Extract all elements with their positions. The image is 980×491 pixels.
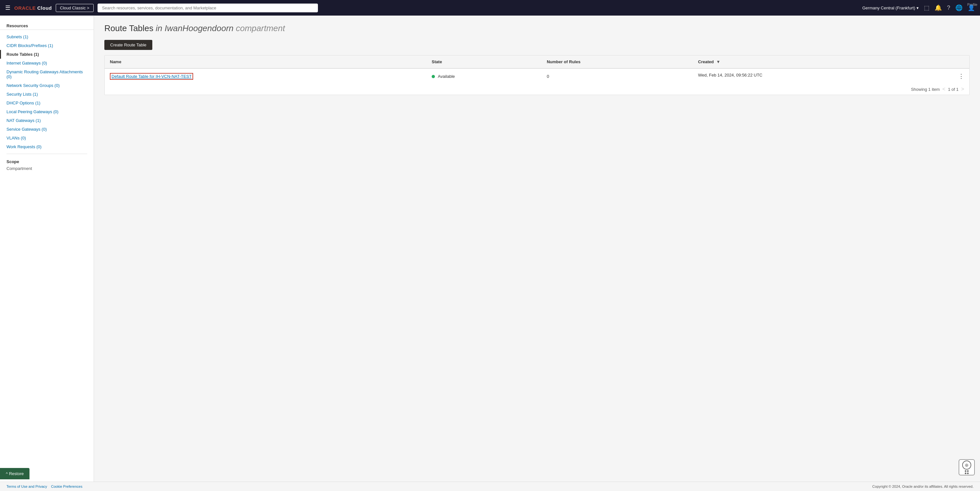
row-num-rules-text: 0: [547, 74, 549, 79]
oracle-logo: ORACLE Cloud: [14, 5, 52, 11]
pagination-row: Showing 1 item < 1 of 1 >: [105, 84, 969, 95]
table-header-row: Name State Number of Rules Created ▼: [105, 56, 969, 69]
sidebar-item-nsg[interactable]: Network Security Groups (0): [0, 81, 94, 90]
sidebar-item-internet-gateways[interactable]: Internet Gateways (0): [0, 59, 94, 67]
help-widget-dots: [965, 470, 969, 474]
hamburger-icon[interactable]: ☰: [5, 4, 10, 11]
row-action-menu-icon[interactable]: ⋮: [958, 73, 964, 80]
dot-4: [967, 472, 969, 474]
dot-3: [965, 472, 966, 474]
footer-copyright: Copyright © 2024, Oracle and/or its affi…: [872, 485, 974, 488]
cloud-classic-button[interactable]: Cloud Classic >: [56, 4, 94, 12]
column-created[interactable]: Created ▼: [693, 56, 969, 69]
sidebar-item-route-tables[interactable]: Route Tables (1): [0, 50, 94, 59]
row-created-text: Wed, Feb 14, 2024, 09:56:22 UTC: [698, 73, 762, 78]
sidebar-item-vlans[interactable]: VLANs (0): [0, 134, 94, 142]
row-name-cell: Default Route Table for IH-VCN-NAT-TEST: [105, 69, 426, 84]
sidebar-item-dhcp-options[interactable]: DHCP Options (1): [0, 99, 94, 107]
page-title: Route Tables in IwanHoogendoorn compartm…: [104, 23, 970, 33]
route-table-name-link[interactable]: Default Route Table for IH-VCN-NAT-TEST: [110, 73, 193, 80]
sidebar-divider: [6, 154, 87, 154]
sort-arrow-icon: ▼: [716, 59, 721, 64]
next-page-button[interactable]: >: [961, 86, 964, 92]
sidebar-item-local-peering-gateways[interactable]: Local Peering Gateways (0): [0, 107, 94, 116]
sidebar-item-security-lists[interactable]: Security Lists (1): [0, 90, 94, 99]
route-tables-table-container: Name State Number of Rules Created ▼ Def…: [104, 55, 970, 95]
row-state-text: Available: [438, 74, 455, 79]
scope-compartment: Compartment: [0, 166, 94, 172]
sidebar-item-subnets[interactable]: Subnets (1): [0, 32, 94, 41]
app-body: Resources Subnets (1) CIDR Blocks/Prefix…: [0, 16, 980, 491]
row-state-cell: Available: [426, 69, 541, 84]
chevron-down-icon: ▾: [916, 5, 919, 10]
region-label: Germany Central (Frankfurt): [862, 5, 915, 10]
terms-link[interactable]: Terms of Use and Privacy: [6, 485, 47, 488]
resources-title: Resources: [0, 21, 94, 30]
nav-right: Germany Central (Frankfurt) ▾ ⬚ 🔔 ? 🌐 👤: [862, 4, 975, 11]
search-input[interactable]: [97, 3, 318, 12]
prev-page-button[interactable]: <: [942, 86, 945, 92]
column-num-rules: Number of Rules: [541, 56, 693, 69]
help-icon[interactable]: ?: [947, 5, 950, 11]
restore-bar[interactable]: ^ Restore: [0, 468, 30, 479]
restore-label: ^ Restore: [6, 471, 24, 476]
sidebar-item-work-requests[interactable]: Work Requests (0): [0, 142, 94, 151]
region-selector[interactable]: Germany Central (Frankfurt) ▾: [862, 5, 919, 10]
showing-text: Showing 1 item: [911, 87, 940, 92]
sidebar-item-service-gateways[interactable]: Service Gateways (0): [0, 125, 94, 134]
top-nav: ☰ ORACLE Cloud Cloud Classic > Germany C…: [0, 0, 980, 16]
help-widget[interactable]: ⊕: [959, 459, 975, 475]
scope-title: Scope: [0, 157, 94, 166]
sidebar-item-drg-attachments[interactable]: Dynamic Routing Gateways Attachments (0): [0, 67, 94, 81]
column-name: Name: [105, 56, 426, 69]
dev-tools-icon[interactable]: ⬚: [924, 4, 929, 11]
dot-2: [967, 470, 969, 472]
help-widget-icon: ⊕: [962, 461, 971, 470]
footer-left: Terms of Use and Privacy Cookie Preferen…: [6, 485, 82, 488]
dot-1: [965, 470, 966, 472]
cookie-preferences-link[interactable]: Cookie Preferences: [51, 485, 83, 488]
footer: Terms of Use and Privacy Cookie Preferen…: [0, 481, 980, 491]
row-num-rules-cell: 0: [541, 69, 693, 84]
column-state: State: [426, 56, 541, 69]
status-dot-icon: [432, 75, 435, 78]
sidebar: Resources Subnets (1) CIDR Blocks/Prefix…: [0, 16, 94, 491]
sidebar-item-cidr[interactable]: CIDR Blocks/Prefixes (1): [0, 41, 94, 50]
page-text: 1 of 1: [948, 87, 959, 92]
bell-icon[interactable]: 🔔: [935, 4, 942, 11]
globe-icon[interactable]: 🌐: [955, 4, 963, 11]
main-content: Route Tables in IwanHoogendoorn compartm…: [94, 16, 980, 491]
row-created-cell: Wed, Feb 14, 2024, 09:56:22 UTC ⋮: [693, 69, 969, 84]
route-tables-table: Name State Number of Rules Created ▼ Def…: [105, 56, 969, 84]
profile-label: Profile: [967, 3, 977, 6]
sidebar-item-nat-gateways[interactable]: NAT Gateways (1): [0, 116, 94, 125]
table-row: Default Route Table for IH-VCN-NAT-TEST …: [105, 69, 969, 84]
create-route-table-button[interactable]: Create Route Table: [104, 40, 152, 50]
